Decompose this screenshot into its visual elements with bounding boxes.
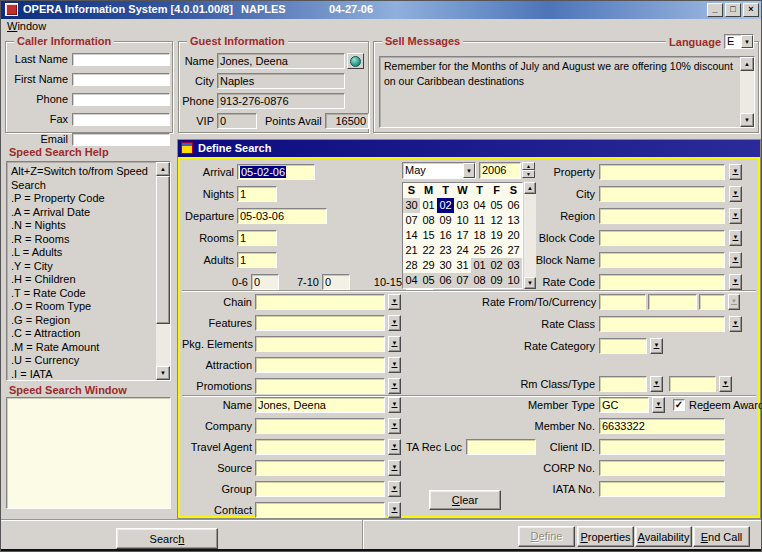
language-combobox[interactable]: E▼ <box>724 34 754 49</box>
calendar-day-cell[interactable]: 24 <box>454 243 471 258</box>
calendar-day-cell[interactable]: 29 <box>420 258 437 273</box>
profile-field-input[interactable] <box>255 460 385 476</box>
guest-vip-field[interactable]: 0 <box>217 113 257 129</box>
location-field-input[interactable] <box>599 230 725 246</box>
rate-to-field[interactable] <box>648 294 697 310</box>
caller-field-input[interactable] <box>72 133 170 146</box>
guest-name-field[interactable]: Jones, Deena <box>217 53 345 69</box>
list-of-values-button[interactable]: ▼ <box>388 481 401 497</box>
calendar-day-cell[interactable]: 31 <box>454 258 471 273</box>
list-of-values-button[interactable]: ▼ <box>729 186 742 202</box>
scroll-down-icon[interactable]: ▼ <box>156 366 170 380</box>
scroll-down-icon[interactable]: ▼ <box>740 113 754 127</box>
caller-field-input[interactable] <box>72 53 170 66</box>
calendar-day-cell[interactable]: 16 <box>437 228 454 243</box>
calendar-day-cell[interactable]: 01 <box>420 198 437 213</box>
guest-city-field[interactable]: Naples <box>217 73 345 89</box>
calendar-day-cell[interactable]: 02 <box>437 198 454 213</box>
scroll-up-icon[interactable]: ▲ <box>156 162 170 176</box>
list-of-values-button[interactable]: ▼ <box>729 274 742 290</box>
caller-field-input[interactable] <box>72 93 170 106</box>
profile-field-input[interactable] <box>255 481 385 497</box>
calendar-day-cell[interactable]: 22 <box>420 243 437 258</box>
profile-field-input[interactable] <box>255 418 385 434</box>
chevron-down-icon[interactable]: ▼ <box>741 35 753 48</box>
profile-field-input[interactable] <box>255 502 385 518</box>
calendar-day-cell[interactable]: 07 <box>454 273 471 288</box>
rm-class-field[interactable] <box>599 376 647 392</box>
list-of-values-button[interactable]: ▼ <box>729 230 742 246</box>
list-of-values-button[interactable]: ▼ <box>729 252 742 268</box>
redeem-award-checkbox[interactable]: ✓ <box>673 399 685 411</box>
list-of-values-button[interactable]: ▼ <box>650 338 663 354</box>
nights-field[interactable]: 1 <box>237 186 277 202</box>
location-field-input[interactable] <box>599 252 725 268</box>
list-of-values-button[interactable]: ▼ <box>719 376 732 392</box>
availability-button[interactable]: Availability <box>635 526 692 547</box>
menu-window[interactable]: Window <box>7 20 46 32</box>
calendar-day-cell[interactable]: 06 <box>437 273 454 288</box>
list-of-values-button[interactable]: ▼ <box>388 418 401 434</box>
iata-no-field[interactable] <box>599 481 725 497</box>
minimize-icon[interactable]: _ <box>707 3 723 17</box>
list-of-values-button[interactable]: ▼ <box>388 460 401 476</box>
list-of-values-button[interactable]: ▼ <box>729 164 742 180</box>
maximize-icon[interactable]: □ <box>725 3 741 17</box>
attribute-field-input[interactable] <box>255 336 385 352</box>
list-of-values-button[interactable]: ▼ <box>388 336 401 352</box>
calendar-day-cell[interactable]: 17 <box>454 228 471 243</box>
month-combobox[interactable]: May▼ <box>402 162 476 179</box>
location-field-input[interactable] <box>599 164 725 180</box>
profile-lookup-button[interactable] <box>347 53 364 69</box>
guest-phone-field[interactable]: 913-276-0876 <box>217 93 345 109</box>
help-list-scrollbar[interactable]: ▲ ▼ <box>156 162 170 380</box>
list-of-values-button[interactable]: ▼ <box>388 502 401 518</box>
adults-field[interactable]: 1 <box>237 252 277 268</box>
calendar-day-cell[interactable]: 05 <box>420 273 437 288</box>
calendar-day-cell[interactable]: 14 <box>403 228 420 243</box>
close-icon[interactable]: × <box>743 3 759 17</box>
calendar-day-cell[interactable]: 15 <box>420 228 437 243</box>
chevron-down-icon[interactable]: ▼ <box>463 163 475 178</box>
calendar-day-cell[interactable]: 23 <box>437 243 454 258</box>
end-call-button[interactable]: End Call <box>693 526 750 547</box>
rate-from-field[interactable] <box>599 294 646 310</box>
calendar-day-cell[interactable]: 03 <box>454 198 471 213</box>
calendar-day-cell[interactable]: 30 <box>437 258 454 273</box>
clear-button[interactable]: Clear <box>429 490 501 510</box>
sell-message-textarea[interactable]: Remember for the Months of July and Augu… <box>379 56 755 128</box>
location-field-input[interactable] <box>599 274 725 290</box>
list-of-values-button[interactable]: ▼ <box>388 294 401 310</box>
list-of-values-button[interactable]: ▼ <box>652 397 665 413</box>
profile-field-input[interactable]: Jones, Deena <box>255 397 385 413</box>
age-7-10-field[interactable]: 0 <box>322 274 350 290</box>
list-of-values-button[interactable]: ▼ <box>650 376 663 392</box>
age-0-6-field[interactable]: 0 <box>251 274 279 290</box>
member-type-field[interactable]: GC <box>599 397 649 413</box>
corp-no-field[interactable] <box>599 460 725 476</box>
calendar-day-cell[interactable]: 07 <box>403 213 420 228</box>
calendar-day-cell[interactable]: 04 <box>403 273 420 288</box>
rate-class-field[interactable] <box>599 316 725 332</box>
location-field-input[interactable] <box>599 208 725 224</box>
properties-button[interactable]: Properties <box>577 526 634 547</box>
scroll-up-icon[interactable]: ▲ <box>740 57 754 71</box>
rate-category-field[interactable] <box>599 338 647 354</box>
list-of-values-button[interactable]: ▼ <box>388 397 401 413</box>
speed-search-input[interactable] <box>6 397 171 509</box>
arrival-field[interactable]: 05-02-06 <box>237 164 315 180</box>
profile-field-input[interactable] <box>255 439 385 455</box>
attribute-field-input[interactable] <box>255 315 385 331</box>
calendar-day-cell[interactable]: 09 <box>437 213 454 228</box>
calendar-day-cell[interactable]: 10 <box>454 213 471 228</box>
points-avail-field[interactable]: 16500 <box>325 113 369 129</box>
calendar-day-cell[interactable]: 30 <box>403 198 420 213</box>
client-id-field[interactable] <box>599 439 725 455</box>
list-of-values-button[interactable]: ▼ <box>388 315 401 331</box>
calendar-day-cell[interactable]: 28 <box>403 258 420 273</box>
caller-field-input[interactable] <box>72 113 170 126</box>
calendar-day-cell[interactable]: 08 <box>420 213 437 228</box>
rm-type-field[interactable] <box>669 376 716 392</box>
attribute-field-input[interactable] <box>255 294 385 310</box>
list-of-values-button[interactable]: ▼ <box>388 357 401 373</box>
